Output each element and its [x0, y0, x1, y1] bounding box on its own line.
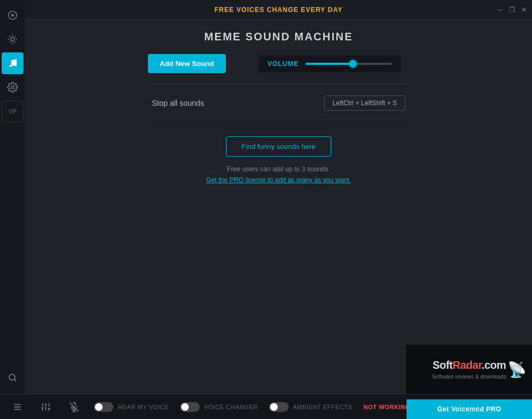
mic-mute-icon[interactable] [65, 398, 83, 416]
ambient-effects-toggle-group: AMBIENT EFFECTS [269, 402, 352, 412]
hear-my-voice-knob [95, 403, 103, 411]
add-sound-button[interactable]: Add New Sound [148, 54, 226, 73]
search-icon[interactable] [4, 369, 21, 386]
ambient-effects-knob [270, 403, 278, 411]
volume-label: VOLUME [267, 60, 298, 68]
topbar-title: FREE VOICES CHANGE EVERY DAY [214, 6, 343, 14]
watermark-title: SoftRadar.com [433, 359, 506, 372]
svg-point-3 [11, 86, 14, 89]
equalizer-icon[interactable] [9, 398, 26, 416]
volume-slider-fill [306, 63, 353, 65]
close-button[interactable]: ✕ [520, 6, 528, 14]
mixer-icon[interactable] [37, 398, 55, 416]
voice-changer-toggle-group: VOICE CHANGER [180, 402, 258, 412]
voice-changer-label: VOICE CHANGER [204, 404, 258, 410]
hear-my-voice-toggle-group: HEAR MY VOICE [94, 402, 169, 412]
sidebar-item-vp[interactable]: VP [2, 100, 23, 122]
page-title: MEME SOUND MACHINE [204, 31, 353, 43]
sidebar-item-soundboard[interactable] [2, 52, 23, 74]
minimize-button[interactable]: ─ [496, 6, 504, 14]
voice-changer-toggle[interactable] [180, 402, 200, 412]
find-sounds-button[interactable]: Find funny sounds here [226, 136, 332, 157]
voice-changer-knob [181, 403, 189, 411]
sidebar: VP [0, 0, 25, 393]
watermark-subtitle: Software reviews & downloads [432, 374, 506, 380]
hear-my-voice-label: HEAR MY VOICE [118, 404, 169, 410]
free-users-text: Free users can add up to 3 sounds. [227, 165, 330, 173]
svg-point-4 [9, 374, 15, 380]
controls-row: Add New Sound VOLUME [148, 54, 410, 73]
satellite-icon: 📡 [507, 361, 527, 379]
sidebar-item-home[interactable] [2, 4, 23, 26]
shortcut-badge: LeftCtrl + LeftShift + S [324, 95, 405, 111]
ambient-effects-label: AMBIENT EFFECTS [293, 404, 352, 410]
svg-point-2 [11, 38, 15, 41]
volume-slider-track[interactable] [306, 63, 392, 65]
stop-sounds-row: Stop all sounds LeftCtrl + LeftShift + S [148, 87, 410, 119]
watermark: SoftRadar.com Software reviews & downloa… [407, 345, 532, 394]
sidebar-item-voice-changer[interactable] [2, 28, 23, 50]
sidebar-item-settings[interactable] [2, 76, 23, 98]
volume-section: VOLUME [259, 56, 401, 72]
hear-my-voice-toggle[interactable] [94, 402, 113, 412]
window-controls: ─ ❐ ✕ [496, 6, 528, 14]
stop-sounds-label: Stop all sounds [152, 99, 205, 107]
restore-button[interactable]: ❐ [508, 6, 516, 14]
get-pro-button[interactable]: Get Voicemod PRO [407, 399, 532, 419]
topbar: FREE VOICES CHANGE EVERY DAY ─ ❐ ✕ [25, 0, 532, 20]
pro-license-link[interactable]: Get the PRO license to add as many as yo… [206, 176, 351, 184]
ambient-effects-toggle[interactable] [269, 402, 289, 412]
divider-bottom [148, 119, 410, 120]
main-content: MEME SOUND MACHINE Add New Sound VOLUME … [25, 20, 532, 394]
volume-slider-thumb [349, 60, 357, 68]
sidebar-search-area [0, 361, 25, 394]
divider-top [148, 84, 410, 85]
svg-point-1 [11, 14, 14, 17]
